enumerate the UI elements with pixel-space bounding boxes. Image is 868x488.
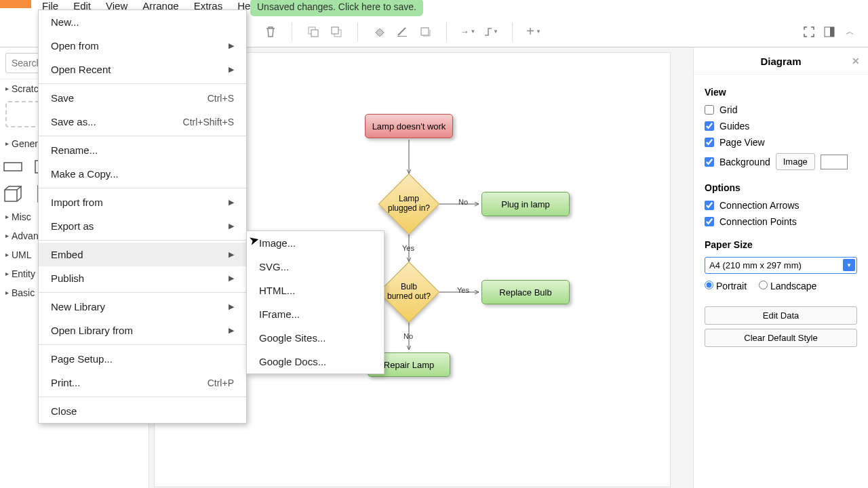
- clear-style-button[interactable]: Clear Default Style: [705, 329, 857, 347]
- edge-label-yes2: Yes: [457, 286, 469, 294]
- node-plug-in[interactable]: Plug in lamp: [481, 192, 570, 216]
- edge-label-no1: No: [458, 198, 468, 206]
- submenu-item-image-[interactable]: Image...: [247, 231, 384, 255]
- panel-title: Diagram ✕: [694, 47, 868, 75]
- node-decision-bulb[interactable]: Bulbburned out?: [378, 262, 439, 323]
- menu-item-export-as[interactable]: Export as▶: [39, 214, 246, 238]
- connection-icon[interactable]: →▼: [460, 24, 475, 39]
- menu-item-close[interactable]: Close: [39, 399, 246, 423]
- menu-item-print-[interactable]: Print...Ctrl+P: [39, 371, 246, 394]
- grid-checkbox[interactable]: Grid: [705, 104, 857, 115]
- format-panel-icon[interactable]: [822, 24, 837, 39]
- node-decision-plugged[interactable]: Lampplugged in?: [378, 174, 439, 235]
- to-front-icon[interactable]: [306, 24, 321, 39]
- menu-item-embed[interactable]: Embed▶: [39, 243, 246, 266]
- menu-item-save-as-[interactable]: Save as...Ctrl+Shift+S: [39, 110, 246, 134]
- shape-cube[interactable]: [3, 184, 23, 203]
- papersize-heading: Paper Size: [705, 239, 857, 250]
- file-menu-dropdown: New...Open from▶Open Recent▶SaveCtrl+SSa…: [38, 9, 247, 424]
- close-icon[interactable]: ✕: [852, 56, 860, 66]
- svg-rect-4: [397, 36, 407, 37]
- submenu-item-google-docs-[interactable]: Google Docs...: [247, 350, 384, 373]
- collapse-icon[interactable]: ︿: [842, 24, 857, 39]
- svg-rect-7: [830, 27, 834, 37]
- edit-data-button[interactable]: Edit Data: [705, 306, 857, 325]
- menu-item-publish[interactable]: Publish▶: [39, 266, 246, 290]
- svg-rect-5: [421, 28, 429, 35]
- shape-rect-thin[interactable]: [3, 157, 23, 176]
- menubar: File Edit View Arrange Extras Help Unsav…: [0, 0, 868, 9]
- conn-points-checkbox[interactable]: Connection Points: [705, 216, 857, 227]
- menu-item-make-a-copy-[interactable]: Make a Copy...: [39, 162, 246, 186]
- app-logo: [0, 0, 31, 8]
- conn-arrows-checkbox[interactable]: Connection Arrows: [705, 200, 857, 211]
- menu-item-open-library-from[interactable]: Open Library from▶: [39, 319, 246, 342]
- fill-icon[interactable]: [372, 24, 387, 39]
- portrait-radio[interactable]: Portrait: [705, 281, 747, 291]
- pageview-checkbox[interactable]: Page View: [705, 137, 857, 148]
- fullscreen-icon[interactable]: [802, 24, 816, 39]
- view-heading: View: [705, 87, 857, 98]
- background-checkbox[interactable]: [705, 157, 714, 167]
- embed-submenu: Image...SVG...HTML...IFrame...Google Sit…: [246, 230, 384, 374]
- menu-item-rename-[interactable]: Rename...: [39, 138, 246, 162]
- menu-item-open-recent[interactable]: Open Recent▶: [39, 58, 246, 81]
- background-color-swatch[interactable]: [821, 155, 848, 169]
- submenu-item-html-[interactable]: HTML...: [247, 279, 384, 302]
- add-icon[interactable]: +▼: [526, 24, 541, 39]
- unsaved-banner[interactable]: Unsaved changes. Click here to save.: [250, 0, 423, 16]
- menu-item-save[interactable]: SaveCtrl+S: [39, 86, 246, 110]
- shadow-icon[interactable]: [418, 24, 433, 39]
- menu-item-import-from[interactable]: Import from▶: [39, 190, 246, 214]
- waypoint-icon[interactable]: ▼: [484, 24, 498, 39]
- node-replace-bulb[interactable]: Replace Bulb: [481, 280, 570, 304]
- menu-item-page-setup-[interactable]: Page Setup...: [39, 347, 246, 371]
- guides-checkbox[interactable]: Guides: [705, 121, 857, 131]
- node-start[interactable]: Lamp doesn't work: [365, 114, 453, 138]
- menu-item-open-from[interactable]: Open from▶: [39, 34, 246, 58]
- edge-label-yes1: Yes: [402, 244, 414, 252]
- background-label: Background: [719, 157, 770, 167]
- svg-rect-3: [332, 27, 338, 34]
- to-back-icon[interactable]: [329, 24, 344, 39]
- background-image-button[interactable]: Image: [776, 153, 815, 170]
- options-heading: Options: [705, 182, 857, 193]
- delete-icon[interactable]: [263, 24, 278, 39]
- menu-item-new-library[interactable]: New Library▶: [39, 295, 246, 319]
- papersize-select[interactable]: A4 (210 mm x 297 mm) ▼: [705, 257, 857, 274]
- svg-rect-1: [311, 30, 318, 37]
- format-panel: Diagram ✕ View Grid Guides Page View Bac…: [693, 47, 868, 488]
- menu-item-new-[interactable]: New...: [39, 10, 246, 34]
- edge-label-no2: No: [403, 332, 413, 340]
- submenu-item-iframe-[interactable]: IFrame...: [247, 302, 384, 326]
- stroke-icon[interactable]: [395, 24, 410, 39]
- submenu-item-svg-[interactable]: SVG...: [247, 255, 384, 279]
- submenu-item-google-sites-[interactable]: Google Sites...: [247, 326, 384, 350]
- landscape-radio[interactable]: Landscape: [759, 281, 816, 291]
- svg-rect-8: [4, 163, 22, 171]
